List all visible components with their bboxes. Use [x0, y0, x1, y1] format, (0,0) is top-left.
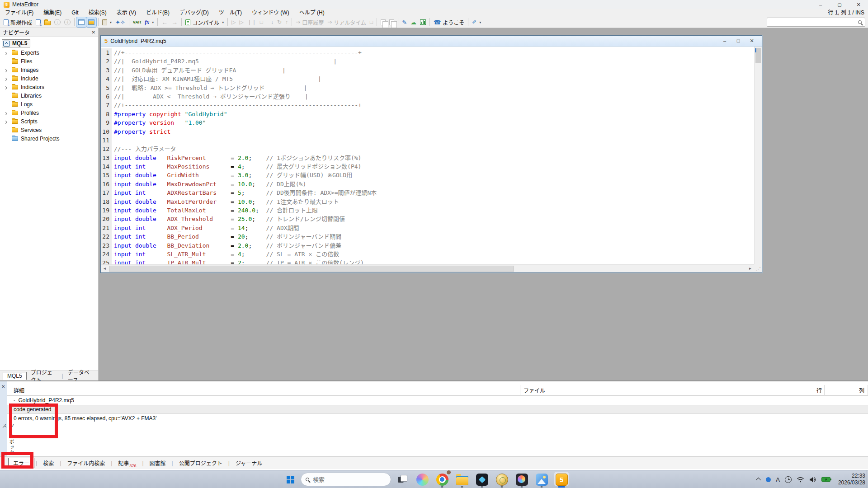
taskbar-search-input[interactable] — [313, 476, 376, 483]
tree-root-mql5[interactable]: MQL5 — [2, 39, 30, 47]
styler-button[interactable]: ✦✧ — [113, 17, 127, 27]
tray-overflow-chevron-icon[interactable] — [756, 478, 761, 483]
minimize-button[interactable] — [811, 0, 830, 9]
taskbar-search-box[interactable] — [301, 473, 391, 486]
toggle-toolbox-button[interactable] — [86, 17, 96, 27]
expand-arrow-icon[interactable] — [1, 50, 8, 56]
menu-item[interactable]: ウィンドウ (W) — [247, 9, 294, 17]
realtime-button[interactable]: ⇒リアルタイム — [326, 17, 368, 27]
code-editor[interactable]: 1//+------------------------------------… — [101, 47, 754, 264]
step-out-button[interactable]: ↑ — [283, 17, 290, 27]
navigator-tab-mql5[interactable]: MQL5 — [3, 372, 27, 380]
navigate-forward-button[interactable]: → — [170, 17, 179, 27]
cloud-storage-button[interactable]: ☁ — [409, 17, 418, 27]
step-into-button[interactable]: ↓ — [269, 17, 275, 27]
menu-item[interactable]: ファイル(F) — [0, 9, 38, 17]
compile-output-row[interactable]: GoldHybrid_P4R2.mq5 — [7, 396, 868, 405]
wifi-icon[interactable] — [797, 477, 804, 483]
debug-start-button[interactable]: ▷ — [230, 17, 237, 27]
tree-item-files[interactable]: Files — [1, 57, 98, 66]
tree-item-scripts[interactable]: Scripts — [1, 117, 98, 126]
restore-button[interactable] — [830, 0, 849, 9]
menu-item[interactable]: ヘルプ (H) — [294, 9, 330, 17]
taskbar-clock[interactable]: 22:33 2026/03/28 — [838, 473, 865, 486]
resize-grip[interactable] — [754, 264, 762, 272]
menu-item[interactable]: ツール(T) — [214, 9, 247, 17]
navigate-back-button[interactable]: ← — [160, 17, 170, 27]
document-tab[interactable]: GoldHybrid_P4R2.mq5 — [101, 36, 762, 47]
volume-icon[interactable] — [809, 477, 816, 483]
compile-button[interactable]: コンパイル ▾ — [184, 17, 226, 27]
welcome-button[interactable]: ☎ようこそ — [432, 17, 466, 27]
ime-indicator[interactable]: A — [776, 476, 780, 483]
doc-minimize-button[interactable] — [721, 38, 728, 44]
expand-arrow-icon[interactable] — [1, 84, 8, 90]
compile-output-row[interactable]: code generated — [7, 405, 868, 414]
trading-app-button[interactable] — [473, 470, 491, 488]
doc-close-button[interactable] — [748, 38, 755, 44]
navigator-close-icon[interactable] — [92, 30, 95, 35]
scroll-right-arrow[interactable]: ► — [746, 267, 754, 271]
horizontal-scrollbar[interactable]: ◄ ► — [101, 264, 754, 272]
toolbar-search-box[interactable] — [767, 18, 865, 27]
file-explorer-button[interactable] — [453, 470, 471, 488]
menu-item[interactable]: 編集(E) — [38, 9, 66, 17]
menu-item[interactable]: ビルド(B) — [141, 9, 175, 17]
new-item-button[interactable] — [34, 17, 42, 27]
paste-button[interactable]: ▾ — [100, 17, 113, 27]
open-file-button[interactable] — [42, 17, 52, 27]
stop-profiling-button[interactable]: □ — [368, 17, 375, 27]
vertical-scrollbar[interactable] — [754, 47, 762, 264]
coin-app-button[interactable] — [493, 470, 510, 488]
styler-tools-button[interactable]: ✐▾ — [470, 17, 483, 27]
tree-item-indicators[interactable]: Indicators — [1, 83, 98, 91]
toolbox-tab-1[interactable]: 検索 — [38, 458, 58, 468]
debug-pause-button[interactable]: ❘❘ — [245, 17, 258, 27]
photos-button[interactable] — [533, 470, 550, 488]
expand-arrow-icon[interactable] — [1, 110, 8, 116]
tree-item-libraries[interactable]: Libraries — [1, 91, 98, 100]
edit-pen-button[interactable]: ✎ — [400, 17, 409, 27]
battery-icon[interactable] — [821, 477, 831, 482]
menu-item[interactable]: 検索(S) — [84, 9, 112, 17]
toolbox-close-icon[interactable] — [1, 384, 5, 389]
horizontal-scrollbar-thumb[interactable] — [109, 266, 514, 272]
snippets-button[interactable] — [379, 17, 387, 27]
menu-item[interactable]: Git — [66, 9, 83, 17]
expand-arrow-icon[interactable] — [1, 67, 8, 73]
new-file-button[interactable]: 新規作成 — [2, 17, 34, 27]
tree-item-experts[interactable]: Experts — [1, 48, 98, 57]
menu-item[interactable]: デバッグ(D) — [175, 9, 214, 17]
step-over-button[interactable]: ↻ — [275, 17, 283, 27]
tree-item-profiles[interactable]: Profiles — [1, 108, 98, 117]
charts-button[interactable] — [418, 17, 428, 27]
account-history-button[interactable]: ⇒口座履歴 — [294, 17, 326, 27]
tree-item-logs[interactable]: Logs — [1, 100, 98, 108]
toolbox-tab-0[interactable]: エラー — [8, 458, 34, 468]
close-button[interactable] — [849, 0, 868, 9]
menu-item[interactable]: 表示 (V) — [112, 9, 141, 17]
templates-button[interactable] — [387, 17, 396, 27]
tree-item-include[interactable]: Include — [1, 74, 98, 83]
tree-item-shared-projects[interactable]: Shared Projects — [1, 134, 98, 143]
tree-item-services[interactable]: Services — [1, 126, 98, 134]
doc-maximize-button[interactable] — [735, 38, 742, 44]
profile-start-button[interactable]: ▷ — [237, 17, 245, 27]
video-editor-button[interactable] — [513, 470, 530, 488]
toggle-navigator-button[interactable] — [76, 17, 86, 27]
expand-arrow-icon[interactable] — [1, 118, 8, 125]
copilot-button[interactable] — [414, 470, 431, 488]
start-button[interactable] — [283, 470, 298, 488]
tree-item-images[interactable]: Images — [1, 66, 98, 74]
save-all-button[interactable]: ⇓ — [62, 17, 72, 27]
function-list-button[interactable]: fx▾ — [143, 17, 156, 27]
toolbox-tab-6[interactable]: ジャーナル — [231, 458, 267, 468]
scroll-left-arrow[interactable]: ◄ — [101, 267, 108, 271]
variables-button[interactable]: VAR — [131, 17, 143, 27]
metaeditor-taskbar-button[interactable] — [553, 470, 570, 488]
chrome-button[interactable] — [434, 470, 451, 488]
toolbox-tab-3[interactable]: 記事376 — [113, 458, 141, 468]
expand-arrow-icon[interactable] — [1, 75, 8, 82]
toolbox-tab-2[interactable]: ファイル内検索 — [62, 458, 109, 468]
compile-output-row[interactable]: 0 errors, 0 warnings, 85 msec elapsed, c… — [7, 414, 868, 423]
